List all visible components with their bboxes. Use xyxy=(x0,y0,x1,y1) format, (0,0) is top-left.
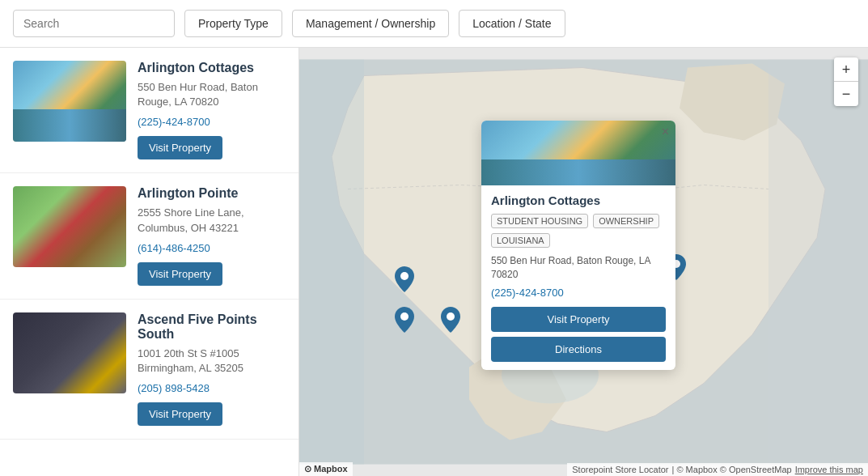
mapbox-logo-text: ⊙ Mapbox xyxy=(304,464,348,474)
svg-rect-4 xyxy=(768,60,868,465)
zoom-in-button[interactable]: + xyxy=(834,57,858,82)
visit-property-button[interactable]: Visit Property xyxy=(138,136,222,159)
popup-title: Arlington Cottages xyxy=(491,193,666,207)
property-info: Arlington Pointe 2555 Shore Line Lane, C… xyxy=(138,186,286,285)
search-input[interactable] xyxy=(13,10,175,37)
popup-visit-button[interactable]: Visit Property xyxy=(491,307,666,332)
property-name: Arlington Pointe xyxy=(138,186,286,201)
property-list: Arlington Cottages 550 Ben Hur Road, Bat… xyxy=(0,48,299,476)
zoom-out-button[interactable]: − xyxy=(834,82,858,106)
map-popup: × Arlington Cottages STUDENT HOUSING OWN… xyxy=(481,121,675,370)
property-phone[interactable]: (614)-486-4250 xyxy=(138,242,286,254)
property-name: Ascend Five Points South xyxy=(138,312,286,342)
popup-body: Arlington Cottages STUDENT HOUSING OWNER… xyxy=(481,185,675,370)
mapbox-logo: ⊙ Mapbox xyxy=(299,462,353,476)
svg-point-9 xyxy=(400,272,409,280)
main-content: Arlington Cottages 550 Ben Hur Road, Bat… xyxy=(0,48,868,476)
visit-property-button[interactable]: Visit Property xyxy=(138,402,222,426)
map-pin-1[interactable] xyxy=(395,266,414,295)
svg-point-10 xyxy=(400,312,409,321)
popup-image xyxy=(481,121,675,185)
property-address: 1001 20th St S #1005 Birmingham, AL 3520… xyxy=(138,346,286,376)
map-area[interactable]: × Arlington Cottages STUDENT HOUSING OWN… xyxy=(299,48,868,476)
property-type-filter[interactable]: Property Type xyxy=(184,10,282,37)
property-info: Arlington Cottages 550 Ben Hur Road, Bat… xyxy=(138,61,286,159)
property-info: Ascend Five Points South 1001 20th St S … xyxy=(138,312,286,426)
property-thumbnail xyxy=(13,61,126,142)
map-attribution: Storepoint Store Locator | © Mapbox © Op… xyxy=(567,463,868,476)
app-container: Property Type Management / Ownership Loc… xyxy=(0,0,868,476)
map-controls: + − xyxy=(834,57,858,106)
map-pin-3[interactable] xyxy=(441,307,460,335)
improve-map-link[interactable]: Improve this map xyxy=(795,465,863,474)
popup-close-button[interactable]: × xyxy=(662,125,669,138)
storepoint-attribution: Storepoint Store Locator xyxy=(572,465,668,474)
property-address: 2555 Shore Line Lane, Columbus, OH 43221 xyxy=(138,206,286,235)
svg-point-11 xyxy=(447,312,455,321)
list-item: Arlington Cottages 550 Ben Hur Road, Bat… xyxy=(0,48,299,173)
location-filter[interactable]: Location / State xyxy=(459,10,565,37)
popup-tag-louisiana: LOUISIANA xyxy=(491,233,550,248)
visit-property-button[interactable]: Visit Property xyxy=(138,262,222,286)
svg-rect-5 xyxy=(299,60,364,465)
property-thumbnail xyxy=(13,186,126,267)
top-bar: Property Type Management / Ownership Loc… xyxy=(0,0,868,48)
list-item: Arlington Pointe 2555 Shore Line Lane, C… xyxy=(0,173,299,299)
property-address: 550 Ben Hur Road, Baton Rouge, LA 70820 xyxy=(138,80,286,109)
property-phone[interactable]: (225)-424-8700 xyxy=(138,116,286,128)
property-thumbnail xyxy=(13,312,126,393)
list-item: Ascend Five Points South 1001 20th St S … xyxy=(0,300,299,440)
popup-tag-student-housing: STUDENT HOUSING xyxy=(491,214,588,228)
popup-tags: STUDENT HOUSING OWNERSHIP LOUISIANA xyxy=(491,214,666,248)
popup-tag-ownership: OWNERSHIP xyxy=(593,214,659,228)
popup-buttons: Visit Property Directions xyxy=(491,307,666,362)
property-phone[interactable]: (205) 898-5428 xyxy=(138,382,286,394)
property-name: Arlington Cottages xyxy=(138,61,286,75)
popup-phone[interactable]: (225)-424-8700 xyxy=(491,287,666,299)
map-attribution-text: | © Mapbox © OpenStreetMap xyxy=(672,465,792,474)
management-filter[interactable]: Management / Ownership xyxy=(292,10,449,37)
popup-directions-button[interactable]: Directions xyxy=(491,337,666,362)
popup-address: 550 Ben Hur Road, Baton Rouge, LA 70820 xyxy=(491,254,666,282)
map-pin-2[interactable] xyxy=(395,307,414,335)
